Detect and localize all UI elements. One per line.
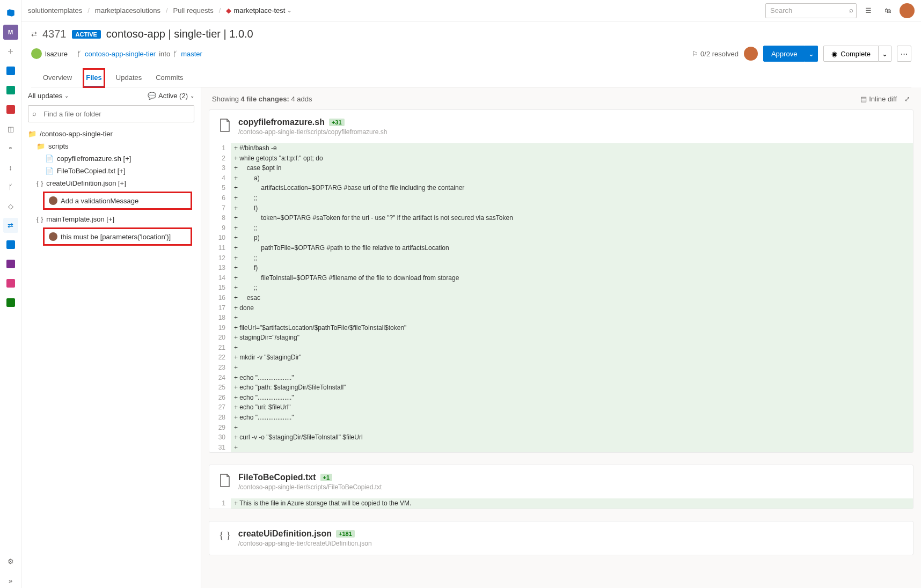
review-comment-2[interactable]: this must be [parameters('location')] [43,227,192,246]
branch-icon: ᚶ [173,50,178,58]
pr-status-badge: ACTIVE [72,30,101,39]
overview-icon[interactable] [3,63,18,78]
changes-summary: Showing 4 file changes: 4 adds [212,95,312,103]
diff-block: 1+ #/bin/bash -e2+ while getopts "a:t:p:… [209,143,913,452]
reviewer-avatar[interactable] [744,47,758,61]
crumb-org[interactable]: solutiontemplates [28,6,82,14]
commenter-avatar [49,196,57,205]
updates-dropdown[interactable]: All updates⌄ [28,92,69,100]
author-name: lsazure [45,50,68,58]
approve-button-group: Approve ⌄ [763,46,818,62]
pr-icon: ⇄ [31,30,37,38]
file-icon [219,474,231,488]
author-avatar [31,48,42,59]
tree-root[interactable]: 📁/contoso-app-single-tier [25,128,198,140]
file-name[interactable]: createUiDefinition.json [238,529,332,539]
tree-file-createui[interactable]: { }createUiDefinition.json [+] [25,177,198,189]
complete-button[interactable]: ◉Complete [823,46,879,62]
active-comments-dropdown[interactable]: 💬Active (2)⌄ [148,92,194,100]
diff-content: Showing 4 file changes: 4 adds ▤Inline d… [201,87,921,588]
target-branch-link[interactable]: master [181,50,202,58]
crumb-section[interactable]: Pull requests [173,6,214,14]
breadcrumb: solutiontemplates/ marketplacesolutions/… [28,6,291,14]
left-rail: M + ◫ ⚬ ↕ ᚶ ◇ ⇄ ⚙ » [0,0,21,588]
file-path: /contoso-app-single-tier/scripts/FileToB… [238,483,382,491]
json-icon: { } [219,530,231,541]
diff-block: 1+ This is the file in Azure storage tha… [209,498,913,509]
complete-button-group: ◉Complete ⌄ [823,46,891,62]
pr-header: ⇄ 4371 ACTIVE contoso-app | single-tier … [21,21,921,87]
pullrequests-nav-icon[interactable]: ⇄ [3,218,18,233]
crumb-repo[interactable]: ◆marketplace-test⌄ [226,6,291,14]
delta-badge: +31 [329,119,345,126]
fullscreen-icon[interactable]: ⤢ [904,95,910,103]
grid-view-icon[interactable]: ☰ [861,3,876,18]
file-name[interactable]: FileToBeCopied.txt [238,473,316,482]
tab-updates[interactable]: Updates [114,69,144,87]
branches-nav-icon[interactable]: ᚶ [3,179,18,194]
svg-rect-1 [6,86,15,94]
tree-file-copyfile[interactable]: 📄copyfilefromazure.sh [+] [25,152,198,165]
delta-badge: +1 [320,474,333,481]
complete-dropdown[interactable]: ⌄ [879,46,891,62]
tree-folder-scripts[interactable]: 📁scripts [25,140,198,152]
top-bar: solutiontemplates/ marketplacesolutions/… [21,0,921,21]
resolved-counter[interactable]: ⚐0/2 resolved [692,50,739,58]
svg-rect-5 [6,279,15,288]
inline-diff-toggle[interactable]: ▤Inline diff [860,95,897,103]
repos-icon[interactable] [3,102,18,117]
global-search-input[interactable] [765,3,857,18]
marketplace-icon[interactable]: 🛍 [880,3,895,18]
svg-rect-0 [6,67,15,75]
compliance-icon[interactable] [3,295,18,310]
project-tile[interactable]: M [3,25,18,40]
settings-icon[interactable]: ⚙ [3,554,18,569]
tab-files[interactable]: Files [84,69,104,87]
svg-rect-3 [6,240,15,249]
svg-rect-6 [6,298,15,307]
tab-commits[interactable]: Commits [154,69,185,87]
search-icon: ⌕ [32,109,36,117]
find-file-input[interactable] [28,105,194,122]
tree-file-filetobecopied[interactable]: 📄FileToBeCopied.txt [+] [25,165,198,177]
branch-icon: ᚶ [77,50,82,58]
azure-devops-logo-icon[interactable] [3,5,18,20]
tab-overview[interactable]: Overview [41,69,74,87]
boards-icon[interactable] [3,83,18,98]
add-icon[interactable]: + [3,44,18,59]
testplans-icon[interactable] [3,256,18,271]
file-path: /contoso-app-single-tier/createUiDefinit… [238,540,372,547]
file-diff-card: { } createUiDefinition.json+181 /contoso… [209,521,913,555]
file-diff-card: FileToBeCopied.txt+1 /contoso-app-single… [209,465,913,509]
review-comment-1[interactable]: Add a validationMessage [43,192,192,210]
approve-button[interactable]: Approve [763,46,805,62]
commenter-avatar [49,232,57,241]
svg-rect-2 [6,105,15,114]
pr-tabs: Overview Files Updates Commits [31,69,911,87]
crumb-project[interactable]: marketplacesolutions [95,6,160,14]
into-label: into [159,50,170,58]
svg-rect-4 [6,260,15,268]
file-tree: 📁/contoso-app-single-tier 📁scripts 📄copy… [21,128,201,249]
file-name[interactable]: copyfilefromazure.sh [238,117,325,127]
commits-nav-icon[interactable]: ⚬ [3,141,18,156]
files-sidebar: All updates⌄ 💬Active (2)⌄ ⌕ 📁/contoso-ap… [21,87,201,588]
pipelines-icon[interactable] [3,237,18,252]
approve-dropdown[interactable]: ⌄ [805,46,818,62]
delta-badge: +181 [336,530,355,538]
source-branch-link[interactable]: contoso-app-single-tier [85,50,156,58]
more-actions-button[interactable]: ⋯ [897,46,911,62]
file-diff-card: copyfilefromazure.sh+31 /contoso-app-sin… [209,109,913,453]
files-nav-icon[interactable]: ◫ [3,121,18,136]
pr-title: contoso-app | single-tier | 1.0.0 [106,28,253,40]
tree-file-maintemplate[interactable]: { }mainTemplate.json [+] [25,213,198,225]
user-avatar[interactable] [900,3,915,18]
file-icon [219,119,231,133]
search-icon: ⌕ [849,6,853,14]
artifacts-icon[interactable] [3,276,18,291]
pr-number: 4371 [42,28,67,40]
file-path: /contoso-app-single-tier/scripts/copyfil… [238,128,387,136]
tags-nav-icon[interactable]: ◇ [3,199,18,214]
collapse-icon[interactable]: » [3,573,18,588]
pushes-nav-icon[interactable]: ↕ [3,160,18,175]
